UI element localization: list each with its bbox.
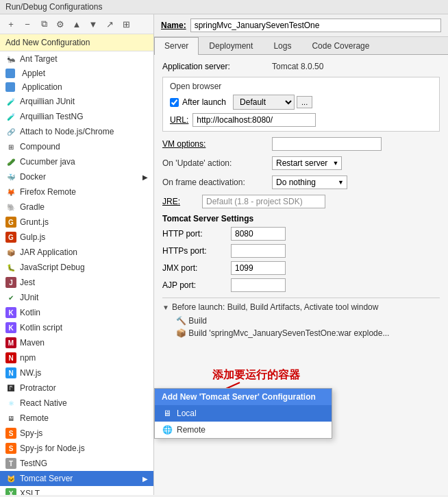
jre-value: Default (1.8 - project SDK) [202,195,325,208]
config-item-label: Maven [20,338,45,348]
config-item-compound[interactable]: ⊞ Compound [0,139,153,154]
add-new-config-item[interactable]: Add New Configuration [0,34,153,51]
submenu-item-local[interactable]: 🖥 Local [155,405,332,422]
http-port-input[interactable] [231,227,286,241]
build-icon: 🔨 [176,316,186,326]
config-item-spy-js[interactable]: S Spy-js [0,426,153,441]
config-item-kotlin[interactable]: K Kotlin [0,305,153,320]
browser-dropdown[interactable]: Default [233,95,295,110]
on-frame-deactivation-dropdown[interactable]: Do nothing ▼ [272,175,347,189]
submenu-item-remote[interactable]: 🌐 Remote [155,422,332,438]
submenu-header: Add New 'Tomcat Server' Configuration [155,389,332,405]
tab-code-coverage[interactable]: Code Coverage [301,37,379,54]
config-item-firefox[interactable]: 🦊 Firefox Remote [0,184,153,199]
group-btn[interactable]: ⊞ [119,17,133,31]
config-item-maven[interactable]: M Maven [0,335,153,350]
name-label: Name: [161,21,186,30]
left-panel: + − ⧉ ⚙ ▲ ▼ ↗ ⊞ Add New Configuration 🐜 … [0,14,154,495]
ajp-port-input[interactable] [231,278,286,292]
config-item-testng[interactable]: T TestNG [0,456,153,471]
on-frame-deactivation-row: On frame deactivation: Do nothing ▼ [162,175,440,189]
config-item-jar[interactable]: 📦 JAR Application [0,245,153,260]
config-item-js-debug[interactable]: 🐛 JavaScript Debug [0,260,153,275]
protractor-icon: 🅿 [5,383,16,393]
tab-server[interactable]: Server [154,37,199,55]
config-item-docker[interactable]: 🐳 Docker ▶ [0,169,153,184]
launch-item-build-label: Build [188,316,207,326]
config-item-label: npm [20,353,36,363]
app-server-row: Application server: Tomcat 8.0.50 [162,62,440,71]
config-item-label: Arquillian TestNG [20,112,83,121]
app-server-value: Tomcat 8.0.50 [272,62,323,71]
remove-config-btn[interactable]: − [21,17,34,31]
maven-icon: M [5,337,16,348]
submenu-popup: Add New 'Tomcat Server' Configuration 🖥 … [154,388,332,439]
vm-options-row: VM options: [162,137,440,151]
toolbar: + − ⧉ ⚙ ▲ ▼ ↗ ⊞ [0,14,153,34]
submenu-header-text: Add New 'Tomcat Server' Configuration [162,392,316,402]
copy-config-btn[interactable]: ⧉ [37,17,51,31]
config-item-gulpjs[interactable]: G Gulp.js [0,230,153,245]
config-item-react-native[interactable]: ⚛ React Native [0,396,153,411]
launch-item-build: 🔨 Build [162,315,440,327]
after-launch-checkbox[interactable] [170,98,179,107]
tab-logs[interactable]: Logs [263,37,301,54]
move-up-btn[interactable]: ▲ [70,17,84,31]
config-item-kotlin-script[interactable]: K Kotlin script [0,320,153,335]
url-row: URL: [170,113,432,127]
launch-item-artifacts: 📦 Build 'springMvc_JanuarySevenTestOne:w… [162,327,440,339]
docker-arrow-icon: ▶ [142,173,148,181]
add-config-btn[interactable]: + [4,17,18,31]
spy-js-node-icon: S [5,443,16,454]
config-item-gradle[interactable]: 🐘 Gradle [0,199,153,215]
junit-icon: ✔ [5,292,16,303]
arquillian-testng-icon: 🧪 [5,111,16,122]
attach-nodejs-icon: 🔗 [5,126,16,137]
config-item-nwjs[interactable]: N NW.js [0,365,153,380]
before-launch-header: ▼ Before launch: Build, Build Artifacts,… [162,302,440,312]
config-item-arquillian-testng[interactable]: 🧪 Arquillian TestNG [0,109,153,124]
browser-more-btn[interactable]: ... [297,96,312,108]
config-item-applet[interactable]: Applet [0,66,153,80]
config-item-application[interactable]: Application [0,80,153,94]
config-item-protractor[interactable]: 🅿 Protractor [0,380,153,396]
gruntjs-icon: G [5,217,16,228]
config-item-label: TestNG [20,459,47,468]
js-debug-icon: 🐛 [5,262,16,273]
config-item-remote[interactable]: 🖥 Remote [0,411,153,426]
settings-btn[interactable]: ⚙ [53,17,67,31]
config-item-npm[interactable]: N npm [0,350,153,365]
jmx-port-input[interactable] [231,261,286,275]
on-update-chevron: ▼ [332,160,338,167]
config-item-label: Remote [20,413,49,423]
browser-select-group: Default ... [233,95,312,110]
tabs-bar: Server Deployment Logs Code Coverage [154,37,448,55]
jmx-port-label: JMX port: [162,263,231,273]
config-item-attach-nodejs[interactable]: 🔗 Attach to Node.js/Chrome [0,124,153,139]
remote-submenu-icon: 🌐 [162,424,173,435]
config-item-label: JavaScript Debug [20,263,85,272]
config-item-junit[interactable]: ✔ JUnit [0,290,153,305]
config-item-tomcat-server[interactable]: 🐱 Tomcat Server ▶ [0,471,153,486]
https-port-input[interactable] [231,244,286,258]
move-down-btn[interactable]: ▼ [86,17,100,31]
config-item-label: React Native [20,398,67,408]
tab-deployment[interactable]: Deployment [199,37,263,54]
config-item-arquillian-junit[interactable]: 🧪 Arquillian JUnit [0,94,153,109]
config-item-ant-target[interactable]: 🐜 Ant Target [0,51,153,66]
config-item-xslt[interactable]: X XSLT [0,486,153,495]
url-input[interactable] [192,113,316,127]
submenu-remote-label: Remote [177,425,206,435]
config-item-cucumber[interactable]: 🥒 Cucumber java [0,154,153,169]
config-item-jest[interactable]: J Jest [0,275,153,290]
vm-options-input[interactable] [272,137,382,151]
share-btn[interactable]: ↗ [103,17,116,31]
name-input[interactable] [190,19,441,32]
https-port-label: HTTPs port: [162,246,231,256]
config-item-label: Spy-js [20,428,42,438]
config-item-label: Spy-js for Node.js [20,444,85,453]
config-item-spy-js-node[interactable]: S Spy-js for Node.js [0,441,153,456]
config-item-label: Compound [20,142,60,151]
config-item-gruntjs[interactable]: G Grunt.js [0,215,153,230]
on-update-dropdown[interactable]: Restart server ▼ [272,156,342,170]
